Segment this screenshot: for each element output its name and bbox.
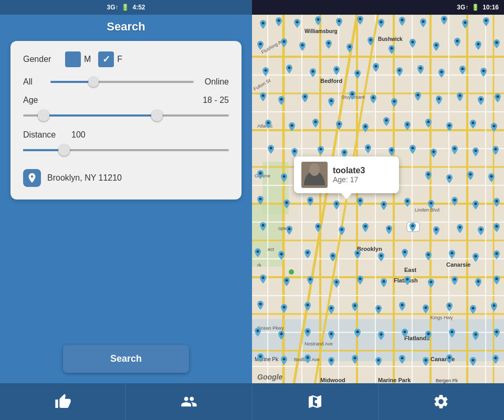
svg-point-134	[454, 148, 456, 150]
map-background[interactable]: Flushing Ave Fulton St Atlantic Williams…	[252, 15, 504, 383]
status-bar: 3G↑ 🔋 4:52 3G↑ 🔋 10:16	[0, 0, 504, 15]
svg-point-195	[448, 304, 451, 307]
svg-point-80	[259, 43, 262, 46]
age-slider-thumb-max[interactable]	[151, 110, 163, 121]
svg-point-178	[309, 278, 312, 281]
nav-item-people[interactable]	[126, 383, 252, 420]
svg-point-186	[496, 278, 498, 280]
svg-point-198	[257, 330, 259, 332]
popup-avatar	[301, 162, 328, 188]
svg-point-187	[259, 303, 262, 306]
svg-point-150	[430, 202, 433, 205]
map-search-icon	[307, 393, 323, 410]
battery-right: 🔋	[471, 4, 479, 11]
svg-point-70	[296, 21, 299, 24]
svg-point-149	[406, 200, 409, 203]
svg-point-137	[259, 172, 262, 175]
svg-text:Kings Hwy: Kings Hwy	[430, 315, 453, 320]
svg-point-169	[356, 252, 359, 255]
svg-point-130	[367, 146, 370, 149]
svg-point-148	[383, 203, 385, 206]
svg-point-174	[475, 255, 477, 258]
svg-point-191	[354, 304, 356, 307]
svg-point-161	[435, 228, 438, 231]
gender-female-checkbox[interactable]	[98, 51, 114, 67]
svg-point-74	[380, 21, 383, 24]
status-bar-left: 3G↑ 🔋 4:52	[0, 0, 252, 15]
svg-point-177	[286, 279, 288, 282]
svg-text:Google: Google	[257, 373, 282, 381]
svg-point-125	[493, 125, 496, 128]
nav-item-settings[interactable]	[379, 383, 504, 420]
map-svg: Flushing Ave Fulton St Atlantic Williams…	[252, 15, 504, 383]
gender-male-checkbox[interactable]	[65, 51, 81, 67]
svg-point-73	[359, 18, 362, 20]
svg-point-76	[422, 20, 425, 23]
nav-item-search[interactable]	[253, 383, 379, 420]
svg-point-122	[427, 121, 430, 123]
svg-point-146	[335, 203, 338, 205]
map-popup[interactable]: toolate3 Age: 17	[294, 156, 399, 193]
svg-point-113	[480, 98, 482, 101]
svg-point-165	[257, 250, 259, 253]
svg-point-223	[309, 163, 320, 176]
svg-point-128	[320, 148, 322, 151]
svg-point-116	[291, 124, 293, 127]
distance-slider-thumb[interactable]	[58, 144, 70, 156]
svg-text:Bergen Pk: Bergen Pk	[436, 378, 458, 383]
svg-point-101	[461, 68, 464, 70]
svg-point-87	[412, 41, 414, 44]
svg-text:Canarsie: Canarsie	[446, 261, 470, 268]
time-right: 10:16	[482, 4, 499, 11]
age-slider-thumb-min[interactable]	[38, 110, 49, 121]
thumbs-up-icon	[55, 393, 71, 410]
svg-text:ope: ope	[278, 226, 286, 231]
svg-point-166	[280, 253, 283, 256]
svg-point-103	[262, 94, 265, 97]
svg-point-176	[262, 277, 265, 279]
age-label: Age	[23, 96, 65, 105]
availability-slider-thumb[interactable]	[88, 77, 99, 87]
svg-point-157	[341, 228, 343, 231]
svg-point-224	[314, 400, 318, 404]
svg-point-211	[307, 356, 309, 359]
svg-point-93	[288, 67, 291, 69]
svg-point-213	[354, 357, 356, 360]
svg-point-94	[312, 70, 314, 73]
nav-item-like[interactable]	[0, 383, 126, 420]
svg-point-138	[283, 175, 286, 178]
svg-point-162	[459, 226, 461, 229]
gear-icon	[433, 393, 449, 410]
svg-point-189	[307, 304, 309, 307]
svg-point-121	[406, 123, 409, 126]
popup-avatar-image	[301, 162, 328, 188]
svg-point-90	[477, 43, 480, 46]
svg-point-151	[454, 199, 456, 202]
svg-point-139	[427, 173, 430, 176]
svg-point-120	[385, 119, 388, 122]
svg-point-183	[430, 281, 433, 284]
svg-point-163	[480, 228, 482, 231]
svg-point-167	[307, 251, 309, 254]
status-bar-right: 3G↑ 🔋 10:16	[252, 0, 504, 15]
svg-point-81	[283, 40, 286, 43]
search-button[interactable]: Search	[63, 345, 189, 373]
svg-point-132	[412, 147, 414, 150]
distance-slider[interactable]	[23, 144, 229, 156]
svg-point-147	[359, 200, 362, 202]
availability-slider[interactable]	[50, 77, 194, 87]
svg-point-85	[370, 39, 372, 41]
svg-point-124	[472, 122, 475, 124]
search-button-container: Search	[63, 334, 189, 378]
age-slider-track	[23, 114, 229, 117]
location-icon-box	[23, 169, 41, 187]
svg-point-141	[469, 173, 472, 176]
svg-text:rk: rk	[257, 262, 261, 268]
distance-value: 100	[71, 130, 86, 140]
svg-point-144	[286, 202, 288, 204]
svg-point-212	[330, 359, 333, 362]
age-slider[interactable]	[23, 109, 229, 122]
svg-point-181	[383, 280, 385, 283]
svg-point-129	[343, 151, 346, 154]
svg-point-156	[317, 225, 320, 228]
